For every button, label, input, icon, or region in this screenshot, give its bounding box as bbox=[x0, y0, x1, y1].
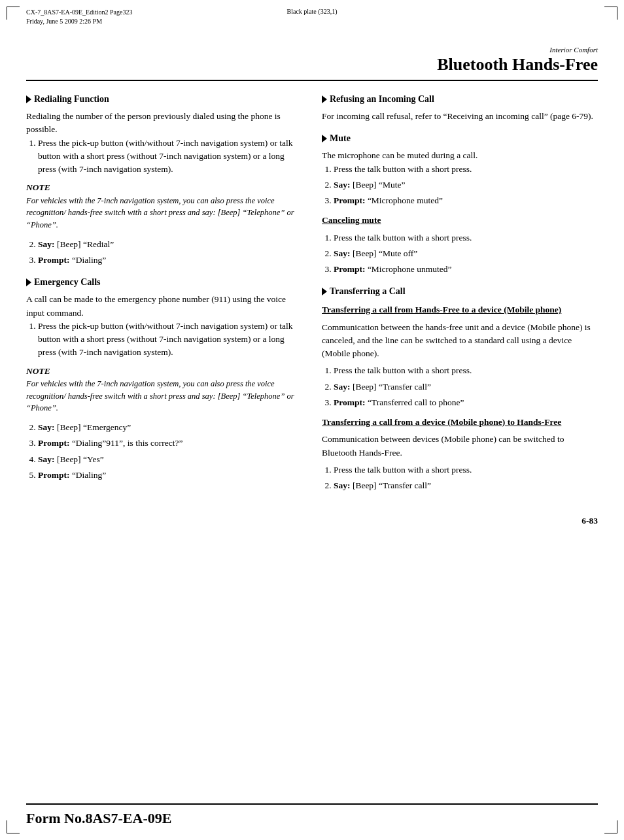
emergency-step-5: Prompt: “Dialing” bbox=[38, 469, 302, 482]
mute-step-2: Say: [Beep] “Mute” bbox=[334, 178, 598, 192]
cancel-mute-step-2: Say: [Beep] “Mute off” bbox=[334, 247, 598, 260]
emergency-step-4: Say: [Beep] “Yes” bbox=[38, 453, 302, 466]
section-label: Interior Comfort bbox=[26, 46, 598, 54]
redialing-body: Redialing the number of the person previ… bbox=[26, 110, 302, 267]
transferring-body: Transferring a call from Hands-Free to a… bbox=[322, 303, 598, 492]
mute-body: The microphone can be muted during a cal… bbox=[322, 149, 598, 276]
redialing-step-3: Prompt: “Dialing” bbox=[38, 254, 302, 267]
emergency-step-1: Press the pick-up button (with/without 7… bbox=[38, 320, 302, 360]
transferring-title: Transferring a Call bbox=[322, 286, 598, 297]
transfer-sub1-title: Transferring a call from Hands-Free to a… bbox=[322, 303, 598, 316]
footer-divider bbox=[26, 803, 598, 805]
main-content: Redialing Function Redialing the number … bbox=[0, 81, 624, 516]
transfer-sub1-step-2: Say: [Beep] “Transfer call” bbox=[334, 380, 598, 394]
cancel-mute-step-1: Press the talk button with a short press… bbox=[334, 231, 598, 244]
emergency-step-2: Say: [Beep] “Emergency” bbox=[38, 421, 302, 434]
right-column: Refusing an Incoming Call For incoming c… bbox=[322, 94, 598, 503]
mute-title: Mute bbox=[322, 133, 598, 144]
page-title: Bluetooth Hands-Free bbox=[26, 55, 598, 75]
left-column: Redialing Function Redialing the number … bbox=[26, 94, 302, 503]
refusing-title: Refusing an Incoming Call bbox=[322, 94, 598, 105]
transfer-sub2-title: Transferring a call from a device (Mobil… bbox=[322, 416, 598, 429]
plate-info: Black plate (323,1) bbox=[287, 8, 338, 15]
triangle-icon bbox=[26, 95, 31, 103]
page-footer: Form No.8AS7-EA-09E bbox=[0, 803, 624, 840]
emergency-body: A call can be made to the emergency phon… bbox=[26, 293, 302, 482]
page-header: CX-7_8AS7-EA-09E_Edition2 Page323 Friday… bbox=[0, 0, 624, 26]
emergency-step-3: Prompt: “Dialing”911”, is this correct?” bbox=[38, 437, 302, 450]
transfer-sub1-step-3: Prompt: “Transferred call to phone” bbox=[334, 396, 598, 409]
footer-form-number: Form No.8AS7-EA-09E bbox=[26, 810, 598, 827]
redialing-step-1: Press the pick-up button (with/without 7… bbox=[38, 137, 302, 176]
triangle-icon-5 bbox=[322, 288, 327, 295]
transfer-sub1-step-1: Press the talk button with a short press… bbox=[334, 364, 598, 377]
cancel-mute-step-3: Prompt: “Microphone unmuted” bbox=[334, 263, 598, 276]
redialing-title: Redialing Function bbox=[26, 94, 302, 105]
emergency-title: Emergency Calls bbox=[26, 277, 302, 288]
triangle-icon-3 bbox=[322, 95, 327, 103]
canceling-mute-title: Canceling mute bbox=[322, 214, 598, 227]
emergency-note-label: NOTE bbox=[26, 365, 302, 378]
transfer-sub2-step-1: Press the talk button with a short press… bbox=[334, 463, 598, 477]
title-section: Interior Comfort Bluetooth Hands-Free bbox=[0, 26, 624, 75]
doc-date: Friday, June 5 2009 2:26 PM bbox=[26, 17, 598, 26]
refusing-body: For incoming call refusal, refer to “Rec… bbox=[322, 110, 598, 123]
mute-step-1: Press the talk button with a short press… bbox=[334, 163, 598, 176]
mute-step-3: Prompt: “Microphone muted” bbox=[334, 194, 598, 207]
redialing-note-label: NOTE bbox=[26, 181, 302, 194]
redialing-note-text: For vehicles with the 7-inch navigation … bbox=[26, 195, 302, 231]
emergency-note-text: For vehicles with the 7-inch navigation … bbox=[26, 378, 302, 414]
triangle-icon-2 bbox=[26, 278, 31, 286]
triangle-icon-4 bbox=[322, 135, 327, 143]
transfer-sub2-step-2: Say: [Beep] “Transfer call” bbox=[334, 479, 598, 492]
redialing-step-2: Say: [Beep] “Redial” bbox=[38, 238, 302, 251]
page-number: 6-83 bbox=[0, 516, 624, 526]
